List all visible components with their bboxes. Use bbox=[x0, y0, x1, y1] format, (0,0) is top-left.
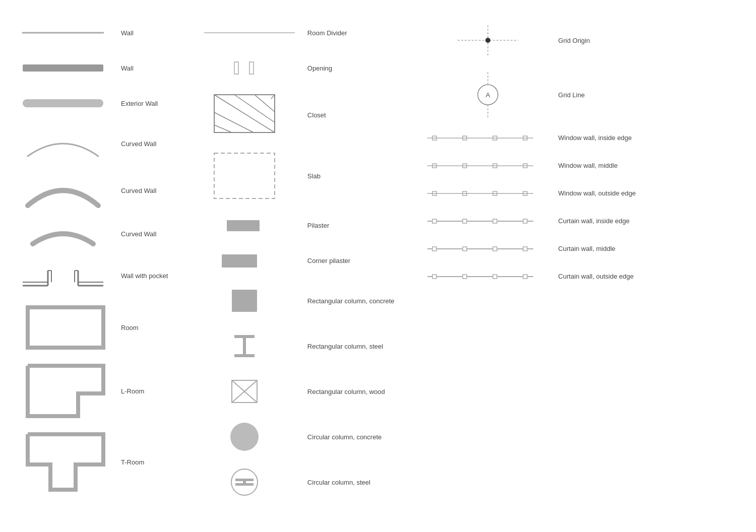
svg-rect-26 bbox=[222, 254, 257, 268]
label-slab: Slab bbox=[307, 172, 422, 180]
symbol-curved-wall1 bbox=[10, 126, 116, 161]
svg-rect-25 bbox=[227, 220, 260, 231]
label-ww-middle: Window wall, middle bbox=[558, 162, 618, 169]
symbol-room bbox=[10, 302, 116, 353]
list-item: Window wall, inside edge bbox=[422, 124, 746, 152]
svg-rect-24 bbox=[214, 153, 275, 198]
label-grid-line: Grid Line bbox=[558, 91, 746, 99]
symbol-room-divider bbox=[197, 23, 302, 43]
list-item: Rectangular column, steel bbox=[197, 323, 422, 369]
col3: Grid Origin A Grid Line bbox=[422, 15, 746, 505]
label-circ-col-steel: Circular column, steel bbox=[307, 479, 422, 486]
symbol-curved-wall3 bbox=[10, 219, 116, 249]
label-grid-origin: Grid Origin bbox=[558, 37, 746, 44]
svg-line-19 bbox=[234, 95, 275, 122]
symbol-ww-middle bbox=[422, 158, 553, 173]
svg-rect-70 bbox=[523, 247, 527, 251]
svg-rect-74 bbox=[493, 275, 497, 279]
label-cw-middle: Curtain wall, middle bbox=[558, 245, 615, 252]
list-item: Curtain wall, middle bbox=[422, 235, 746, 262]
list-item: Room Divider bbox=[197, 15, 422, 50]
svg-rect-65 bbox=[523, 219, 527, 223]
label-wall1: Wall bbox=[121, 29, 197, 37]
label-wall2: Wall bbox=[121, 64, 197, 72]
symbol-cw-inside bbox=[422, 214, 553, 229]
label-l-room: L-Room bbox=[121, 387, 197, 395]
svg-rect-27 bbox=[232, 290, 257, 312]
label-room: Room bbox=[121, 324, 197, 331]
label-cw-outside: Curtain wall, outside edge bbox=[558, 273, 634, 280]
symbol-cw-middle bbox=[422, 241, 553, 256]
label-closet: Closet bbox=[307, 111, 422, 119]
symbol-slab bbox=[197, 148, 302, 204]
label-corner-pilaster: Corner pilaster bbox=[307, 257, 422, 264]
symbol-t-room bbox=[10, 429, 116, 495]
list-item: A Grid Line bbox=[422, 65, 746, 124]
svg-point-34 bbox=[230, 423, 259, 451]
col1: Wall Wall Exterior Wall bbox=[10, 15, 197, 505]
label-ww-inside: Window wall, inside edge bbox=[558, 134, 632, 142]
list-item: Wall bbox=[10, 15, 197, 50]
symbol-grid-line: A bbox=[422, 70, 553, 120]
list-item: Corner pilaster bbox=[197, 243, 422, 278]
list-item: Window wall, middle bbox=[422, 152, 746, 179]
svg-rect-64 bbox=[493, 219, 497, 223]
svg-rect-15 bbox=[234, 62, 238, 74]
svg-line-18 bbox=[214, 95, 275, 132]
page: Wall Wall Exterior Wall bbox=[0, 0, 756, 520]
svg-rect-16 bbox=[249, 62, 254, 74]
label-cw-inside: Curtain wall, inside edge bbox=[558, 217, 630, 225]
list-item: Rectangular column, concrete bbox=[197, 278, 422, 323]
symbol-corner-pilaster bbox=[197, 250, 302, 271]
label-curved-wall1: Curved Wall bbox=[121, 140, 197, 148]
label-t-room: T-Room bbox=[121, 458, 197, 466]
list-item: Curtain wall, outside edge bbox=[422, 262, 746, 290]
symbol-opening bbox=[197, 58, 302, 78]
list-item: Rectangular column, wood bbox=[197, 369, 422, 414]
list-item: Circular column, steel bbox=[197, 459, 422, 505]
symbol-wall1 bbox=[10, 23, 116, 43]
list-item: Slab bbox=[197, 144, 422, 208]
symbol-l-room bbox=[10, 361, 116, 421]
svg-rect-28 bbox=[234, 335, 255, 338]
svg-rect-30 bbox=[243, 338, 246, 354]
col2: Room Divider Opening bbox=[197, 15, 422, 505]
symbol-rect-col-steel bbox=[197, 331, 302, 361]
svg-rect-13 bbox=[28, 307, 103, 348]
list-item: Window wall, outside edge bbox=[422, 179, 746, 207]
svg-rect-67 bbox=[432, 247, 436, 251]
svg-line-21 bbox=[271, 95, 275, 99]
symbol-closet bbox=[197, 90, 302, 140]
svg-rect-29 bbox=[234, 354, 255, 357]
label-exterior-wall: Exterior Wall bbox=[121, 100, 197, 107]
symbol-wall-pocket bbox=[10, 258, 116, 293]
symbol-circ-col-concrete bbox=[197, 419, 302, 454]
label-wall-pocket: Wall with pocket bbox=[121, 272, 197, 280]
svg-rect-38 bbox=[243, 481, 246, 483]
label-room-divider: Room Divider bbox=[307, 29, 422, 37]
symbol-exterior-wall bbox=[10, 93, 116, 113]
svg-rect-72 bbox=[432, 275, 436, 279]
svg-line-20 bbox=[255, 95, 275, 112]
svg-rect-69 bbox=[493, 247, 497, 251]
symbol-wall2 bbox=[10, 58, 116, 78]
list-item: Curtain wall, inside edge bbox=[422, 207, 746, 235]
list-item: Circular column, concrete bbox=[197, 414, 422, 459]
svg-rect-68 bbox=[463, 247, 467, 251]
list-item: Wall bbox=[10, 50, 197, 86]
svg-rect-1 bbox=[23, 64, 103, 72]
label-opening: Opening bbox=[307, 64, 422, 72]
label-rect-col-concrete: Rectangular column, concrete bbox=[307, 297, 422, 305]
symbol-rect-col-concrete bbox=[197, 286, 302, 316]
list-item: Grid Origin bbox=[422, 15, 746, 65]
list-item: Opening bbox=[197, 50, 422, 86]
svg-rect-62 bbox=[432, 219, 436, 223]
svg-line-23 bbox=[214, 125, 232, 132]
svg-rect-63 bbox=[463, 219, 467, 223]
svg-text:A: A bbox=[485, 91, 490, 99]
svg-rect-36 bbox=[235, 479, 254, 481]
list-item: Pilaster bbox=[197, 208, 422, 243]
symbol-circ-col-steel bbox=[197, 464, 302, 500]
svg-rect-37 bbox=[235, 483, 254, 486]
symbol-grid-origin bbox=[422, 20, 553, 60]
